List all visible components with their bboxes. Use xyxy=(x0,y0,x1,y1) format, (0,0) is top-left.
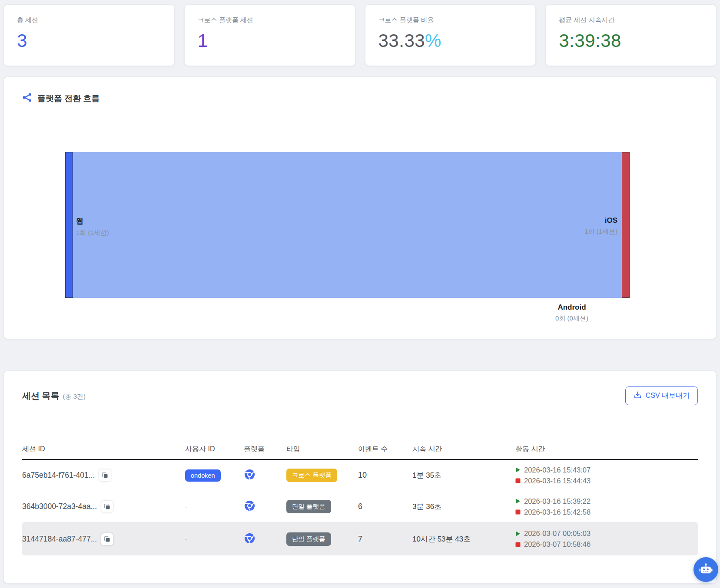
session-type-badge: 단일 플랫폼 xyxy=(286,532,331,546)
stat-card-avg-session-duration: 평균 세션 지속시간 3:39:38 xyxy=(545,4,717,66)
user-id-empty: - xyxy=(185,503,244,511)
copy-icon xyxy=(103,503,111,510)
end-time: 2026-03-16 15:44:43 xyxy=(524,477,591,485)
col-header-duration: 지속 시간 xyxy=(412,445,515,454)
node-name: 웹 xyxy=(76,216,109,226)
dashboard-page: 총 세션 3 크로스 플랫폼 세션 1 크로스 플랫폼 비율 33.33% 평균… xyxy=(0,0,720,588)
sankey-label-ios: iOS 1회 (1세션) xyxy=(584,216,617,236)
duration: 1분 35초 xyxy=(412,470,515,480)
table-header-row: 세션 ID 사용자 ID 플랫폼 타입 이벤트 수 지속 시간 활동 시간 xyxy=(22,439,698,460)
stat-label: 크로스 플랫폼 세션 xyxy=(198,16,342,24)
download-icon xyxy=(634,391,642,401)
session-id-text: 31447184-aa87-477... xyxy=(22,535,97,544)
end-time: 2026-03-16 15:42:58 xyxy=(524,508,591,516)
table-row[interactable]: 364b3000-72a3-4aa... - xyxy=(22,491,698,522)
chrome-icon xyxy=(244,532,286,546)
start-time: 2026-03-07 00:05:03 xyxy=(524,529,591,538)
csv-export-button[interactable]: CSV 내보내기 xyxy=(625,386,698,405)
start-time: 2026-03-16 15:39:22 xyxy=(524,497,591,505)
session-list-title: 세션 목록(총 3건) xyxy=(22,390,86,402)
node-name: Android xyxy=(555,303,588,312)
session-list-panel: 세션 목록(총 3건) CSV 내보내기 세션 ID 사용자 ID 플랫폼 타입 xyxy=(3,370,717,584)
stat-card-cross-platform-ratio: 크로스 플랫폼 비율 33.33% xyxy=(365,4,536,66)
activity-time: 2026-03-16 15:39:22 2026-03-16 15:42:58 xyxy=(515,497,698,516)
stat-label: 크로스 플랫폼 비율 xyxy=(378,16,523,24)
chrome-icon xyxy=(244,500,286,513)
session-table: 세션 ID 사용자 ID 플랫폼 타입 이벤트 수 지속 시간 활동 시간 6a… xyxy=(4,414,716,555)
stat-value-suffix: % xyxy=(425,30,441,51)
session-panel-header: 세션 목록(총 3건) CSV 내보내기 xyxy=(15,371,705,414)
table-row[interactable]: 6a75eb14-f761-401... ondoken xyxy=(22,460,698,491)
event-count: 6 xyxy=(358,502,412,511)
sankey-node-web[interactable] xyxy=(65,152,73,298)
end-icon xyxy=(515,478,521,483)
event-count: 7 xyxy=(358,535,412,544)
flow-panel-title: 플랫폼 전환 흐름 xyxy=(37,93,100,104)
sankey-label-android: Android 0회 (0세션) xyxy=(555,303,588,323)
col-header-activity: 활동 시간 xyxy=(515,445,698,454)
sankey-chart: 웹 1회 (1세션) iOS 1회 (1세션) Android 0회 (0세션) xyxy=(4,113,716,338)
event-count: 10 xyxy=(358,471,412,480)
user-id-empty: - xyxy=(185,535,244,543)
col-header-session-id: 세션 ID xyxy=(22,445,185,454)
stat-label: 총 세션 xyxy=(17,16,161,24)
col-header-user-id: 사용자 ID xyxy=(185,445,244,454)
node-count: 0회 (0세션) xyxy=(555,314,588,323)
csv-export-label: CSV 내보내기 xyxy=(646,391,690,400)
col-header-events: 이벤트 수 xyxy=(358,445,412,454)
start-icon xyxy=(515,531,521,536)
end-icon xyxy=(515,542,521,547)
start-icon xyxy=(515,467,521,472)
session-count-note: (총 3건) xyxy=(63,393,86,400)
activity-time: 2026-03-07 00:05:03 2026-03-07 10:58:46 xyxy=(515,529,698,548)
copy-session-id-button[interactable] xyxy=(101,501,113,512)
copy-icon xyxy=(103,535,111,543)
sankey-node-ios[interactable] xyxy=(622,152,630,298)
table-row[interactable]: 31447184-aa87-477... - xyxy=(22,522,698,555)
copy-session-id-button[interactable] xyxy=(99,469,111,481)
session-id-text: 6a75eb14-f761-401... xyxy=(22,471,95,480)
flow-icon xyxy=(22,92,32,104)
robot-icon xyxy=(699,562,713,577)
session-id-text: 364b3000-72a3-4aa... xyxy=(22,502,97,511)
end-time: 2026-03-07 10:58:46 xyxy=(524,540,591,548)
stats-row: 총 세션 3 크로스 플랫폼 세션 1 크로스 플랫폼 비율 33.33% 평균… xyxy=(0,0,720,66)
duration: 10시간 53분 43초 xyxy=(412,534,515,544)
stat-value: 3 xyxy=(17,30,161,51)
node-count: 1회 (1세션) xyxy=(584,228,617,236)
stat-value: 3:39:38 xyxy=(559,30,703,51)
stat-value: 33.33 xyxy=(378,30,425,51)
flow-panel-header: 플랫폼 전환 흐름 xyxy=(15,77,705,113)
stat-card-total-sessions: 총 세션 3 xyxy=(3,4,175,66)
sankey-label-web: 웹 1회 (1세션) xyxy=(76,216,109,237)
stat-card-cross-platform-sessions: 크로스 플랫폼 세션 1 xyxy=(184,4,355,66)
node-name: iOS xyxy=(584,216,617,225)
session-type-badge: 단일 플랫폼 xyxy=(286,500,331,513)
chrome-icon xyxy=(244,469,286,482)
start-time: 2026-03-16 15:43:07 xyxy=(524,466,591,474)
session-type-badge: 크로스 플랫폼 xyxy=(286,469,337,482)
copy-icon xyxy=(101,472,109,479)
duration: 3분 36초 xyxy=(412,502,515,512)
user-id-badge: ondoken xyxy=(185,469,221,482)
start-icon xyxy=(515,499,521,504)
col-header-type: 타입 xyxy=(286,445,358,454)
sankey-link-web-to-ios[interactable] xyxy=(73,152,622,298)
platform-flow-panel: 플랫폼 전환 흐름 웹 1회 (1세션) iOS 1회 (1세션) Androi… xyxy=(3,76,717,339)
stat-value: 1 xyxy=(198,30,342,51)
stat-label: 평균 세션 지속시간 xyxy=(559,16,703,24)
node-count: 1회 (1세션) xyxy=(76,229,109,237)
copy-session-id-button[interactable] xyxy=(101,533,113,545)
chatbot-fab-button[interactable] xyxy=(693,557,718,582)
col-header-platform: 플랫폼 xyxy=(244,445,286,454)
end-icon xyxy=(515,509,521,515)
activity-time: 2026-03-16 15:43:07 2026-03-16 15:44:43 xyxy=(515,466,698,485)
